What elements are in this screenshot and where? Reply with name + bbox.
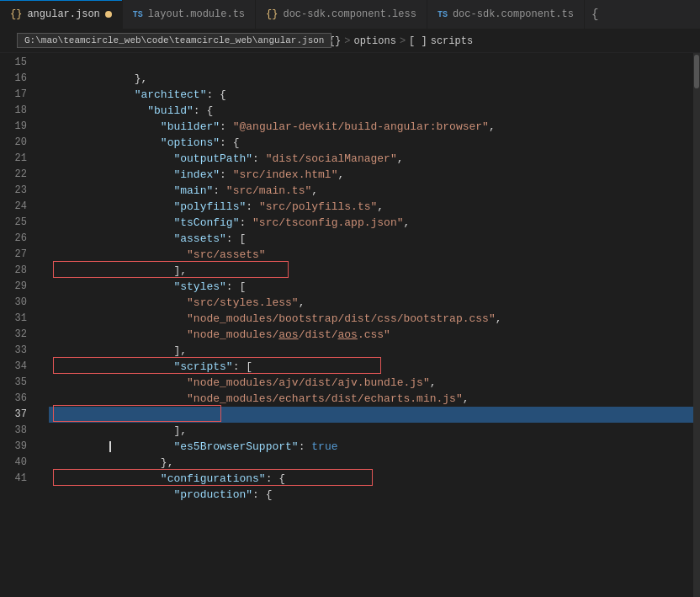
code-line-18: "builder": "@angular-devkit/build-angula…: [49, 103, 693, 119]
tab-label: angular.json: [27, 8, 99, 20]
code-line-31: "node_modules/aos/dist/aos.css": [49, 311, 693, 327]
left-gutter: [34, 53, 49, 597]
scrollbar-thumb[interactable]: [694, 55, 699, 88]
json-icon: {}: [10, 8, 22, 20]
tab-doc-sdk-ts[interactable]: TS doc-sdk.component.ts: [427, 0, 585, 29]
tab-doc-sdk-less[interactable]: {} doc-sdk.component.less: [256, 0, 427, 29]
tab-label: doc-sdk.component.less: [283, 8, 416, 20]
ts-icon-2: TS: [438, 10, 448, 19]
code-content[interactable]: }, "architect": { "build": { "builder": …: [49, 53, 693, 597]
code-line-24: "tsConfig": "src/tsconfig.app.json",: [49, 199, 693, 215]
code-line-40: "configurations": {: [49, 455, 693, 471]
tab-layout-module[interactable]: TS layout.module.ts: [123, 0, 256, 29]
line-numbers: 15 16 17 18 19 20 21 22 23 24 25 26 27 2…: [0, 53, 34, 597]
code-line-41: "production": {: [49, 471, 693, 487]
breadcrumb-options[interactable]: options: [353, 35, 395, 47]
code-line-28: "styles": [: [49, 263, 693, 279]
breadcrumb-bar: G:\mao\teamcircle_web\code\teamcircle_we…: [0, 29, 700, 53]
filepath: G:\mao\teamcircle_web\code\teamcircle_we…: [17, 33, 331, 48]
tab-bar: {} angular.json TS layout.module.ts {} d…: [0, 0, 700, 29]
tab-label: layout.module.ts: [148, 8, 245, 20]
code-line-21: "index": "src/index.html",: [49, 151, 693, 167]
code-line-26: "src/assets": [49, 231, 693, 247]
code-line-36: "node_modules/aos/dist/aos.js": [49, 391, 693, 407]
code-line-37: ],: [49, 407, 693, 423]
code-line-30: "node_modules/bootstrap/dist/css/bootstr…: [49, 295, 693, 311]
scrollbar[interactable]: [693, 53, 700, 597]
modified-dot: [105, 11, 112, 18]
breadcrumb-scripts[interactable]: scripts: [431, 35, 473, 47]
tab-label: doc-sdk.component.ts: [453, 8, 574, 20]
code-line-34: "node_modules/ajv/dist/ajv.bundle.js",: [49, 359, 693, 375]
code-line-32: ],: [49, 327, 693, 343]
code-line-25: "assets": [: [49, 215, 693, 231]
code-line-20: "outputPath": "dist/socialManager",: [49, 135, 693, 151]
code-line-15: },: [49, 55, 693, 71]
code-line-29: "src/styles.less",: [49, 279, 693, 295]
code-line-17: "build": {: [49, 87, 693, 103]
code-line-39: },: [49, 439, 693, 455]
code-line-19: "options": {: [49, 119, 693, 135]
editor-area: 15 16 17 18 19 20 21 22 23 24 25 26 27 2…: [0, 53, 700, 597]
ts-icon: TS: [133, 10, 143, 19]
code-line-23: "polyfills": "src/polyfills.ts",: [49, 183, 693, 199]
code-line-35: "node_modules/echarts/dist/echarts.min.j…: [49, 375, 693, 391]
more-tabs[interactable]: {: [585, 0, 605, 29]
json-icon-2: {}: [266, 8, 278, 20]
code-line-22: "main": "src/main.ts",: [49, 167, 693, 183]
code-line-16: "architect": {: [49, 71, 693, 87]
editor-container: {} angular.json TS layout.module.ts {} d…: [0, 0, 700, 597]
code-line-38: "es5BrowserSupport": true: [49, 423, 693, 439]
tab-angular-json[interactable]: {} angular.json: [0, 0, 123, 29]
code-line-33: "scripts": [: [49, 343, 693, 359]
code-line-27: ],: [49, 247, 693, 263]
